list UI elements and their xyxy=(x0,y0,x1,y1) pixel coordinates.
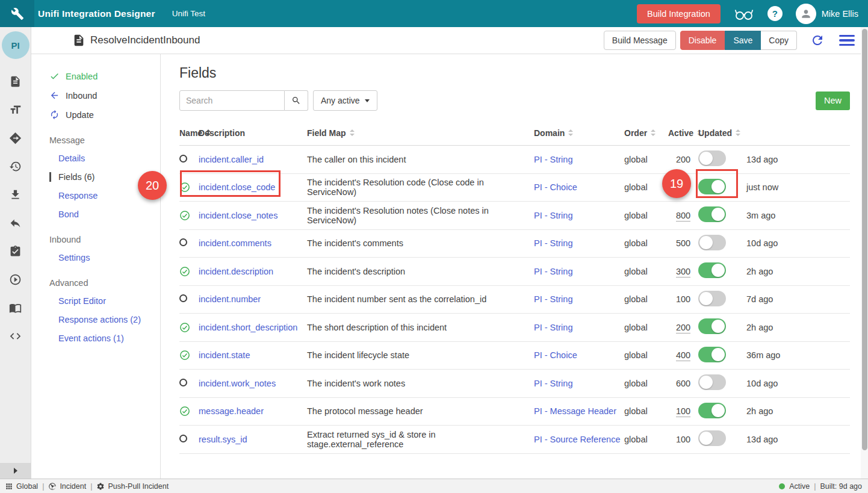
statusbar-item-push-pull-incident[interactable]: Push-Pull Incident xyxy=(96,482,169,491)
app-logo[interactable] xyxy=(0,0,34,27)
rail-text-format-icon[interactable] xyxy=(0,96,31,124)
active-toggle-cell xyxy=(698,347,746,364)
column-label: Active xyxy=(668,128,693,138)
column-header-name[interactable]: Name xyxy=(179,128,199,138)
search-input[interactable] xyxy=(179,90,285,111)
nav-status-enabled[interactable]: Enabled xyxy=(49,71,160,81)
field-order: 100 xyxy=(668,435,698,444)
column-header-field-map[interactable]: Field Map xyxy=(307,128,534,138)
document-icon xyxy=(72,34,85,47)
user-avatar xyxy=(796,4,816,24)
message-sidebar: EnabledInboundUpdateMessageDetailsFields… xyxy=(31,54,161,479)
field-map-link[interactable]: PI - Message Header xyxy=(534,406,624,416)
nav-status-inbound[interactable]: Inbound xyxy=(49,90,160,101)
new-field-button[interactable]: New xyxy=(816,91,850,110)
scrollbar-thumb[interactable] xyxy=(862,29,867,450)
field-name-link[interactable]: incident.state xyxy=(199,350,307,360)
field-domain: global xyxy=(624,379,668,388)
chevron-right-icon xyxy=(13,468,19,474)
active-toggle-cell xyxy=(698,403,746,420)
refresh-button[interactable] xyxy=(810,33,825,48)
active-toggle[interactable] xyxy=(698,430,726,446)
active-toggle[interactable] xyxy=(698,235,726,250)
active-toggle[interactable] xyxy=(698,318,726,334)
sidebar-item-response-actions-2-[interactable]: Response actions (2) xyxy=(49,315,160,324)
field-name-link[interactable]: incident.caller_id xyxy=(199,155,307,164)
field-map-link[interactable]: PI - String xyxy=(534,323,624,332)
column-header-order[interactable]: Order xyxy=(624,128,668,138)
chevron-down-icon xyxy=(365,99,370,102)
statusbar-item-incident[interactable]: Incident xyxy=(48,482,86,491)
field-order[interactable]: 300 xyxy=(668,267,698,276)
sidebar-item-details[interactable]: Details xyxy=(49,153,160,163)
column-header-updated[interactable]: Updated xyxy=(698,128,746,138)
rail-document-icon[interactable] xyxy=(0,67,31,96)
field-name-link[interactable]: result.sys_id xyxy=(199,435,307,444)
field-name-link[interactable]: incident.comments xyxy=(199,238,307,248)
build-message-button[interactable]: Build Message xyxy=(604,31,676,50)
field-name-link[interactable]: incident.short_description xyxy=(199,323,307,332)
field-map-link[interactable]: PI - Choice xyxy=(534,182,624,192)
rail-tasks-icon[interactable] xyxy=(0,237,31,265)
active-toggle[interactable] xyxy=(698,403,726,418)
rail-download-icon[interactable] xyxy=(0,181,31,209)
statusbar-item-global[interactable]: Global xyxy=(5,482,38,491)
disable-button[interactable]: Disable xyxy=(680,31,725,50)
field-name-link[interactable]: incident.description xyxy=(199,267,307,276)
active-toggle[interactable] xyxy=(698,374,726,390)
field-name-link[interactable]: incident.work_notes xyxy=(199,379,307,388)
field-map-link[interactable]: PI - Choice xyxy=(534,350,624,360)
save-button[interactable]: Save xyxy=(725,31,761,50)
field-map-link[interactable]: PI - String xyxy=(534,267,624,276)
rail-code-icon[interactable] xyxy=(0,322,31,350)
field-map-link[interactable]: PI - String xyxy=(534,238,624,248)
field-name-link[interactable]: incident.number xyxy=(199,294,307,304)
column-header-active[interactable]: Active xyxy=(668,128,698,138)
rail-play-circle-icon[interactable] xyxy=(0,265,31,294)
process-avatar[interactable]: PI xyxy=(2,31,29,59)
user-menu[interactable]: Mike Ellis xyxy=(796,4,858,24)
field-map-link[interactable]: PI - Source Reference xyxy=(534,435,624,444)
field-order[interactable]: 400 xyxy=(668,350,698,360)
vertical-scrollbar xyxy=(861,27,868,479)
sidebar-item-bond[interactable]: Bond xyxy=(49,209,160,219)
search-button[interactable] xyxy=(285,90,308,111)
field-disabled-icon xyxy=(179,435,199,444)
sidebar-item-settings[interactable]: Settings xyxy=(49,253,160,262)
field-order[interactable]: 800 xyxy=(668,211,698,220)
active-toggle[interactable] xyxy=(698,150,726,166)
environment-name[interactable]: Unifi Test xyxy=(172,9,205,18)
active-toggle[interactable] xyxy=(698,347,726,362)
hamburger-menu-icon[interactable] xyxy=(839,35,855,46)
active-toggle[interactable] xyxy=(698,262,726,278)
sidebar-item-script-editor[interactable]: Script Editor xyxy=(49,296,160,306)
nav-status-update[interactable]: Update xyxy=(49,110,160,120)
build-integration-button[interactable]: Build Integration xyxy=(637,4,721,23)
copy-button[interactable]: Copy xyxy=(761,31,797,50)
rail-undo-icon[interactable] xyxy=(0,209,31,237)
active-toggle[interactable] xyxy=(698,291,726,306)
field-description: The incident number sent as the correlat… xyxy=(307,294,534,304)
field-name-link[interactable]: incident.close_notes xyxy=(199,211,307,220)
column-header-domain[interactable]: Domain xyxy=(534,128,624,138)
field-name-link[interactable]: message.header xyxy=(199,406,307,416)
field-map-link[interactable]: PI - String xyxy=(534,379,624,388)
preview-glasses-icon[interactable] xyxy=(734,7,754,21)
active-filter-dropdown[interactable]: Any active xyxy=(313,90,377,111)
field-updated: 13d ago xyxy=(746,435,850,444)
sidebar-item-event-actions-1-[interactable]: Event actions (1) xyxy=(49,333,160,343)
field-description: The incident's description xyxy=(307,267,534,276)
rail-docs-book-icon[interactable] xyxy=(0,294,31,322)
active-toggle[interactable] xyxy=(698,206,726,222)
field-domain: global xyxy=(624,350,668,360)
field-map-link[interactable]: PI - String xyxy=(534,294,624,304)
expand-rail-button[interactable] xyxy=(0,463,31,479)
help-icon[interactable]: ? xyxy=(767,6,783,21)
field-map-link[interactable]: PI - String xyxy=(534,211,624,220)
field-map-link[interactable]: PI - String xyxy=(534,155,624,164)
field-order[interactable]: 200 xyxy=(668,323,698,332)
rail-message-send-icon[interactable] xyxy=(0,124,31,152)
rail-history-icon[interactable] xyxy=(0,152,31,181)
table-row: incident.short_descriptionThe short desc… xyxy=(179,314,850,342)
field-order[interactable]: 100 xyxy=(668,406,698,416)
